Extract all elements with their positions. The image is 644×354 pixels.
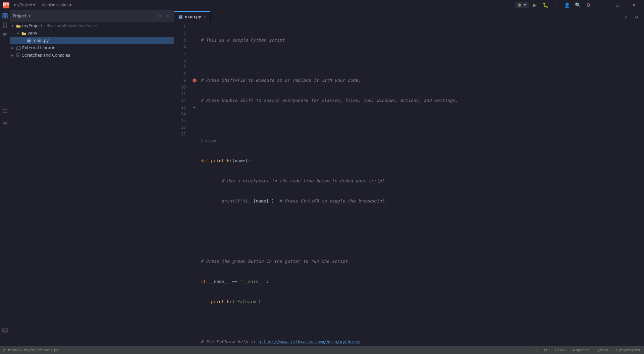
code-line-13: if __name__ == '__main__': bbox=[198, 278, 644, 285]
folder-status-icon bbox=[18, 348, 22, 351]
run-button[interactable]: ▶ bbox=[530, 0, 539, 10]
panel-dropdown: ▾ bbox=[29, 14, 31, 18]
usage-hint: 1 usage bbox=[201, 137, 216, 144]
version-control-button[interactable]: Version control ▾ bbox=[40, 2, 74, 8]
line-num-7: 7 bbox=[174, 64, 189, 70]
folder-icon-venv bbox=[21, 31, 26, 35]
tab-bar-actions: ✓ ⚙ bbox=[619, 12, 644, 22]
tree-item-venv[interactable]: ▶ venv bbox=[10, 30, 174, 37]
line-num-12: 12 bbox=[174, 97, 189, 104]
titlebar-left: MP myProject ▾ Version control ▾ bbox=[3, 2, 73, 8]
external-libs-icon bbox=[16, 46, 21, 50]
statusbar-left: main myProject main.py bbox=[3, 348, 58, 352]
code-line-6: 1 usage bbox=[198, 137, 644, 144]
code-line-2 bbox=[198, 57, 644, 64]
panel-settings-btn[interactable]: ⚙ bbox=[156, 12, 163, 20]
gutter-2 bbox=[191, 30, 198, 37]
line-num-8: 8 bbox=[174, 70, 189, 77]
minimize-button[interactable]: − bbox=[594, 0, 609, 10]
tab-close-btn[interactable]: × bbox=[203, 15, 206, 19]
gutter-13-run[interactable]: ▶ bbox=[191, 104, 198, 111]
line-num-5: 5 bbox=[174, 50, 189, 57]
line-num-14: 14 bbox=[174, 111, 189, 117]
gutter-9-breakpoint[interactable] bbox=[191, 77, 198, 84]
external-libs-label: External Libraries bbox=[22, 46, 57, 50]
sidebar-icon-database[interactable] bbox=[1, 119, 9, 127]
line-num-17: 17 bbox=[174, 131, 189, 137]
folder-open-icon bbox=[16, 24, 21, 28]
svg-point-22 bbox=[3, 351, 4, 352]
sidebar-icon-structure[interactable]: ≡ bbox=[1, 30, 9, 39]
run-more-button[interactable]: ⋮ bbox=[551, 0, 561, 10]
left-sidebar-icons: ≡ bbox=[0, 10, 10, 346]
panel-header: Project ▾ ⚙ × bbox=[10, 10, 174, 22]
scratches-label: Scratches and Consoles bbox=[22, 53, 70, 58]
line-ending[interactable]: LF bbox=[543, 348, 549, 352]
project-root-name: myProject bbox=[22, 23, 42, 28]
chevron-ext: ▶ bbox=[11, 46, 15, 50]
svg-point-7 bbox=[3, 121, 7, 122]
line-num-15: 15 bbox=[174, 117, 189, 124]
gutter-5 bbox=[191, 50, 198, 57]
editor-container[interactable]: 1 2 3 4 5 6 7 8 9 10 11 12 13 14 15 16 1… bbox=[174, 22, 644, 346]
code-area[interactable]: # This is a sample Python script. # Pres… bbox=[198, 22, 644, 346]
editor-area: py main.py × ✓ ⚙ 1 2 3 4 5 6 7 8 bbox=[174, 10, 644, 346]
line-num-10: 10 bbox=[174, 84, 189, 91]
gutter-3 bbox=[191, 37, 198, 44]
line-num-2: 2 bbox=[174, 30, 189, 37]
gutter-11 bbox=[191, 91, 198, 97]
app-logo: MP bbox=[3, 2, 9, 8]
code-line-12: # Press the green button in the gutter t… bbox=[198, 258, 644, 265]
sidebar-icon-packages[interactable] bbox=[1, 107, 9, 115]
code-line-10 bbox=[198, 218, 644, 225]
line-num-16: 16 bbox=[174, 124, 189, 131]
project-root-path: ~/PycharmProjects/myProject bbox=[44, 24, 98, 28]
gutter: ▶ bbox=[191, 22, 198, 346]
line-num-9: 9 bbox=[174, 77, 189, 84]
branch-name: main bbox=[8, 348, 17, 352]
tab-mainpy[interactable]: py main.py × bbox=[174, 11, 211, 22]
sidebar-icon-bookmarks[interactable] bbox=[1, 21, 9, 30]
profile-button[interactable]: 👤 bbox=[562, 0, 572, 10]
debug-button[interactable]: 🐛 bbox=[541, 0, 550, 10]
statusbar-right: 5:1 LF UTF-8 4 spaces Python 3.11 (myPro… bbox=[530, 348, 641, 352]
git-branch[interactable]: main bbox=[3, 348, 17, 352]
run-dot bbox=[518, 3, 521, 7]
svg-rect-3 bbox=[5, 16, 7, 18]
project-menu-button[interactable]: myProject ▾ bbox=[12, 2, 37, 8]
sidebar-icon-project[interactable] bbox=[1, 11, 9, 20]
tree-item-external-libs[interactable]: ▶ External Libraries bbox=[10, 44, 174, 52]
tree-item-mainpy[interactable]: ▶ py main.py bbox=[10, 37, 174, 44]
search-button[interactable]: 🔍 bbox=[573, 0, 582, 10]
tab-bar: py main.py × ✓ ⚙ bbox=[174, 10, 644, 22]
gutter-4 bbox=[191, 44, 198, 50]
python-version[interactable]: Python 3.11 (myProject) bbox=[594, 348, 641, 352]
close-button[interactable]: × bbox=[627, 0, 641, 10]
statusbar-project[interactable]: myProject bbox=[18, 348, 42, 352]
gutter-14 bbox=[191, 111, 198, 117]
tab-settings-btn[interactable]: ⚙ bbox=[632, 12, 641, 22]
venv-label: venv bbox=[28, 31, 37, 36]
indent[interactable]: 4 spaces bbox=[571, 348, 590, 352]
sidebar-icon-terminal[interactable] bbox=[1, 326, 9, 335]
code-line-8: # Use a breakpoint in the code line belo… bbox=[198, 178, 644, 184]
svg-rect-1 bbox=[5, 13, 7, 15]
line-num-13: 13 bbox=[174, 104, 189, 111]
panel-close-btn[interactable]: × bbox=[164, 12, 171, 20]
gutter-12 bbox=[191, 97, 198, 104]
maximize-button[interactable]: □ bbox=[610, 0, 625, 10]
mainpy-label: main.py bbox=[33, 38, 49, 43]
tree-item-scratches[interactable]: ▶ Scratches and Consoles bbox=[10, 52, 174, 59]
code-line-5 bbox=[198, 117, 644, 124]
cursor-position[interactable]: 5:1 bbox=[530, 348, 539, 352]
settings-button[interactable]: ⚙ bbox=[584, 0, 593, 10]
statusbar-file[interactable]: main.py bbox=[44, 348, 58, 352]
tab-checkmark-btn[interactable]: ✓ bbox=[621, 12, 631, 22]
line-numbers: 1 2 3 4 5 6 7 8 9 10 11 12 13 14 15 16 1… bbox=[174, 22, 191, 346]
charset[interactable]: UTF-8 bbox=[553, 348, 567, 352]
line-num-11: 11 bbox=[174, 91, 189, 97]
tree-item-root[interactable]: ▼ myProject ~/PycharmProjects/myProject bbox=[10, 22, 174, 30]
svg-text:py: py bbox=[28, 39, 31, 42]
tab-filename: main.py bbox=[185, 14, 201, 19]
code-line-11 bbox=[198, 238, 644, 245]
